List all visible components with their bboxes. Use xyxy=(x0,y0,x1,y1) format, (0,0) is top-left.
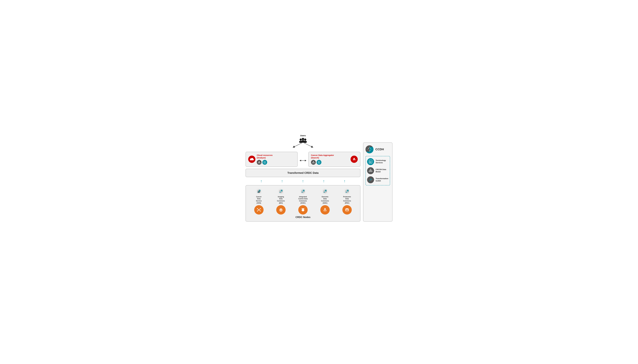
gear-wrench-svg-gdc xyxy=(322,188,328,194)
gdc-label: GenomicDataCommons(GDC) xyxy=(321,196,329,204)
users-label: Users xyxy=(300,134,306,137)
ccdh-icon xyxy=(366,145,374,153)
svg-line-46 xyxy=(259,210,260,211)
book-svg-2: A xyxy=(318,161,320,164)
pdc-gear-icon xyxy=(344,188,350,195)
svg-line-12 xyxy=(258,162,259,163)
gear-wrench-svg-icdc xyxy=(300,188,306,194)
svg-point-83 xyxy=(348,190,348,191)
transformed-box: Transformed CRDC Data xyxy=(246,169,360,177)
gear-wrench-svg-idc xyxy=(278,188,284,194)
svg-line-84 xyxy=(346,192,346,192)
up-arrow-5: ↑ xyxy=(344,179,346,183)
node-pdc: ProteomicDataCommons(PDC) xyxy=(342,188,352,214)
data-model-icon xyxy=(367,167,374,174)
terminology-icon: A ≡ xyxy=(367,158,374,165)
arrow-between xyxy=(299,153,307,168)
svg-line-52 xyxy=(280,192,280,192)
svg-point-94 xyxy=(370,150,370,150)
aggregator-icon-wrap xyxy=(350,156,358,163)
svg-point-60 xyxy=(304,190,304,191)
svg-rect-108 xyxy=(369,171,370,172)
svg-point-92 xyxy=(370,148,371,148)
network-icon-agg xyxy=(311,160,316,165)
icdc-icon xyxy=(298,205,308,214)
book-icon-svg: A ≡ xyxy=(368,160,372,164)
svg-text:≡: ≡ xyxy=(370,161,371,162)
arrows-row: ↑ ↑ ↑ ↑ ↑ xyxy=(246,179,360,183)
cds-icon xyxy=(254,205,264,214)
terminology-label: Terminology Services xyxy=(376,159,388,164)
svg-rect-107 xyxy=(370,169,371,170)
svg-rect-9 xyxy=(258,163,258,163)
terminology-icon-cloud: A xyxy=(262,160,267,165)
pdc-icon xyxy=(342,205,352,214)
gear-wrench-svg-cds xyxy=(256,188,262,194)
users-block: Users xyxy=(298,134,308,144)
top-wrapper: Users xyxy=(246,142,360,167)
svg-rect-10 xyxy=(260,163,260,163)
top-boxes-row: Cloud resources (Analyze) xyxy=(246,152,360,167)
transformation-label: Transformation toolkit xyxy=(376,178,388,182)
idc-label: ImagingDataCommons(IDC) xyxy=(277,196,285,204)
svg-text:A: A xyxy=(370,160,370,162)
cds-label: CancerDataService(CDS) xyxy=(256,196,262,204)
svg-text:A: A xyxy=(264,162,265,162)
left-panel: Users xyxy=(246,142,360,222)
svg-line-44 xyxy=(259,209,260,210)
svg-line-121 xyxy=(369,181,370,181)
svg-rect-109 xyxy=(370,171,371,172)
nodes-grid: CancerDataService(CDS) xyxy=(248,188,358,214)
svg-line-24 xyxy=(312,162,314,163)
network-svg-2 xyxy=(312,161,315,164)
svg-point-72 xyxy=(326,190,326,191)
idc-gear-icon xyxy=(278,188,284,195)
svg-rect-20 xyxy=(313,161,314,162)
svg-text:A: A xyxy=(318,162,319,162)
svg-point-120 xyxy=(371,179,371,180)
cloud-box-left: Cloud resources (Analyze) xyxy=(257,154,272,165)
transformed-title: Transformed CRDC Data xyxy=(249,172,357,174)
terminology-services-item: A ≡ Terminology Services xyxy=(367,158,388,165)
svg-point-66 xyxy=(302,209,303,210)
svg-point-91 xyxy=(368,148,369,148)
pdc-label: ProteomicDataCommons(PDC) xyxy=(343,196,351,204)
svg-line-14 xyxy=(259,162,260,163)
node-icdc: IntegratedCanine DataCommons(ICDC) xyxy=(298,188,308,214)
svg-line-43 xyxy=(258,209,259,210)
up-arrow-4: ↑ xyxy=(323,179,325,183)
svg-point-67 xyxy=(303,209,304,210)
crdc-nodes-title: CRDC Nodes xyxy=(248,216,358,219)
terminology-icon-agg: A xyxy=(316,160,322,165)
idc-icon-svg xyxy=(278,207,284,212)
node-cds: CancerDataService(CDS) xyxy=(254,188,264,214)
svg-rect-21 xyxy=(312,163,313,163)
svg-line-45 xyxy=(258,210,259,211)
svg-point-54 xyxy=(280,209,282,211)
idc-icon xyxy=(276,205,286,214)
svg-rect-23 xyxy=(313,163,314,163)
up-arrow-1: ↑ xyxy=(260,179,262,183)
svg-line-7 xyxy=(303,142,312,147)
aggregator-icon-circle xyxy=(350,156,358,163)
aggregator-box-left: Cancer Data Aggregator (Search) xyxy=(311,154,334,165)
arrow-up-icon xyxy=(352,157,356,161)
svg-line-61 xyxy=(302,192,302,192)
up-arrow-2: ↑ xyxy=(281,179,283,183)
gdc-gear-icon xyxy=(322,188,328,195)
gdc-icon xyxy=(320,205,330,214)
svg-point-96 xyxy=(369,150,370,151)
svg-point-2 xyxy=(302,138,304,140)
svg-line-73 xyxy=(324,192,324,192)
icdc-label: IntegratedCanine DataCommons(ICDC) xyxy=(298,196,308,204)
cds-gear-icon xyxy=(256,188,262,195)
svg-line-6 xyxy=(294,142,303,147)
bidirectional-arrow xyxy=(300,159,306,162)
gdc-icon-svg xyxy=(322,207,328,212)
cloud-icon xyxy=(250,158,254,161)
transformation-icon xyxy=(367,176,374,183)
node-idc: ImagingDataCommons(IDC) xyxy=(276,188,286,214)
book-svg: A xyxy=(264,161,266,164)
aggregator-box: Cancer Data Aggregator (Search) xyxy=(308,152,360,167)
cds-icon-svg xyxy=(256,207,262,212)
